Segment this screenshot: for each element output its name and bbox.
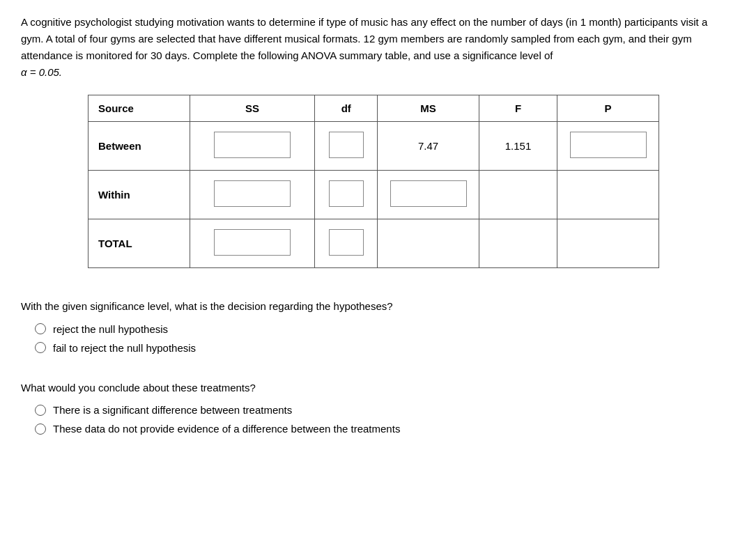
- header-ss: SS: [190, 95, 315, 122]
- p-between-input[interactable]: [570, 132, 647, 158]
- conclusion-label-2: These data do not provide evidence of a …: [53, 423, 400, 435]
- df-within-cell: [315, 171, 378, 219]
- f-between-value: 1.151: [505, 140, 532, 152]
- intro-text: A cognitive psychologist studying motiva…: [21, 16, 707, 61]
- ss-between-input[interactable]: [214, 132, 291, 158]
- p-within-cell: [557, 171, 659, 219]
- conclusion-section: What would you conclude about these trea…: [21, 380, 726, 435]
- header-df: df: [315, 95, 378, 122]
- ms-within-cell: [378, 171, 479, 219]
- anova-table: Source SS df MS F P Between 7.47: [88, 95, 659, 268]
- df-within-input[interactable]: [329, 180, 364, 207]
- df-between-cell: [315, 122, 378, 171]
- ms-between-value: 7.47: [418, 140, 438, 152]
- conclusion-option-2[interactable]: These data do not provide evidence of a …: [21, 423, 726, 435]
- ss-between-cell: [190, 122, 315, 171]
- table-row-between: Between 7.47 1.151: [88, 122, 659, 171]
- ms-within-input[interactable]: [390, 180, 467, 207]
- df-between-input[interactable]: [329, 132, 364, 158]
- ms-between-cell: 7.47: [378, 122, 479, 171]
- header-ms: MS: [378, 95, 479, 122]
- f-within-cell: [479, 171, 557, 219]
- source-between: Between: [88, 122, 190, 171]
- ss-total-cell: [190, 219, 315, 268]
- df-total-input[interactable]: [329, 229, 364, 256]
- table-row-total: TOTAL: [88, 219, 659, 268]
- alpha-value: α = 0.05.: [21, 66, 62, 78]
- decision-question: With the given significance level, what …: [21, 299, 726, 315]
- conclusion-option-1[interactable]: There is a significant difference betwee…: [21, 404, 726, 416]
- source-total: TOTAL: [88, 219, 190, 268]
- table-row-within: Within: [88, 171, 659, 219]
- anova-table-container: Source SS df MS F P Between 7.47: [88, 95, 659, 268]
- decision-label-2: fail to reject the null hypothesis: [53, 342, 196, 354]
- radio-reject[interactable]: [35, 323, 46, 334]
- ss-total-input[interactable]: [214, 229, 291, 256]
- header-f: F: [479, 95, 557, 122]
- decision-label-1: reject the null hypothesis: [53, 323, 168, 335]
- f-between-cell: 1.151: [479, 122, 557, 171]
- decision-option-1[interactable]: reject the null hypothesis: [21, 323, 726, 335]
- table-header-row: Source SS df MS F P: [88, 95, 659, 122]
- radio-significant-diff[interactable]: [35, 405, 46, 416]
- conclusion-question: What would you conclude about these trea…: [21, 380, 726, 396]
- intro-paragraph: A cognitive psychologist studying motiva…: [21, 14, 726, 81]
- radio-fail-to-reject[interactable]: [35, 342, 46, 353]
- header-p: P: [557, 95, 659, 122]
- conclusion-label-1: There is a significant difference betwee…: [53, 404, 292, 416]
- p-total-cell: [557, 219, 659, 268]
- df-total-cell: [315, 219, 378, 268]
- ss-within-input[interactable]: [214, 180, 291, 207]
- source-within: Within: [88, 171, 190, 219]
- p-between-cell: [557, 122, 659, 171]
- f-total-cell: [479, 219, 557, 268]
- ms-total-cell: [378, 219, 479, 268]
- ss-within-cell: [190, 171, 315, 219]
- radio-no-evidence[interactable]: [35, 423, 46, 435]
- decision-section: With the given significance level, what …: [21, 299, 726, 354]
- header-source: Source: [88, 95, 190, 122]
- decision-option-2[interactable]: fail to reject the null hypothesis: [21, 342, 726, 354]
